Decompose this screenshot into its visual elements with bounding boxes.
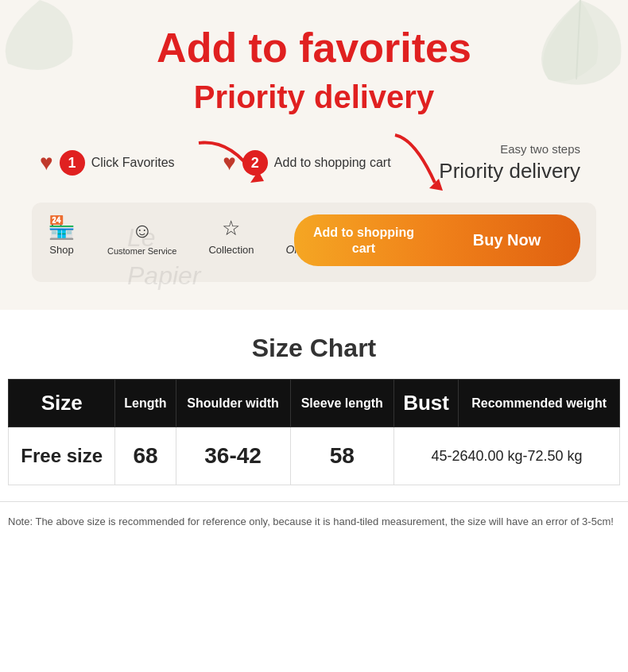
add-to-cart-button[interactable]: Add to shopping cart <box>294 214 433 266</box>
size-chart-title: Size Chart <box>8 334 620 363</box>
customer-service-icon: ☺ <box>131 218 153 243</box>
customer-service-label: Customer Service <box>107 246 176 256</box>
shop-icon: 🏪 <box>48 214 76 241</box>
header-size: Size <box>9 380 115 427</box>
page-title: Add to favorites <box>16 24 612 71</box>
header-recommended-weight: Recommended weight <box>459 380 620 427</box>
cell-bust: 45-2640.00 kg-72.50 kg <box>393 427 619 485</box>
header-length: Length <box>115 380 176 427</box>
note-text: Note: The above size is recommended for … <box>8 514 620 530</box>
note-section: Note: The above size is recommended for … <box>0 501 628 542</box>
header-sleeve-length: Sleeve length <box>290 380 393 427</box>
cell-length: 68 <box>115 427 176 485</box>
step-1-badge: 1 <box>60 150 85 176</box>
table-header-row: Size Length Shoulder width Sleeve length… <box>9 380 620 427</box>
arrow-2 <box>391 131 471 195</box>
step-1-group: ♥ 1 Click Favorites <box>40 150 175 176</box>
header-shoulder-width: Shoulder width <box>176 380 290 427</box>
heart-icon-1: ♥ <box>40 150 53 176</box>
svg-marker-2 <box>429 179 443 191</box>
size-chart-section: Size Chart Size Length Shoulder width Sl… <box>0 310 628 501</box>
step-1-label: Click Favorites <box>91 156 175 170</box>
nav-shop[interactable]: 🏪 Shop <box>48 214 76 256</box>
cell-size: Free size <box>9 427 115 485</box>
size-table: Size Length Shoulder width Sleeve length… <box>8 379 620 485</box>
buy-buttons-container: Add to shopping cart Buy Now <box>294 214 580 266</box>
priority-delivery-heading: Priority delivery <box>16 79 612 115</box>
hero-section: Add to favorites Priority delivery ♥ 1 C… <box>0 0 628 310</box>
steps-container: ♥ 1 Click Favorites ♥ 2 Add to shopping … <box>16 131 612 195</box>
arrow-1 <box>191 135 270 191</box>
header-bust: Bust <box>393 380 458 427</box>
collection-icon: ☆ <box>222 216 240 241</box>
table-row: Free size 68 36-42 58 45-2640.00 kg-72.5… <box>9 427 620 485</box>
nav-customer-service[interactable]: ☺ Customer Service <box>107 218 176 256</box>
nav-collection[interactable]: ☆ Collection <box>208 216 254 256</box>
cell-sleeve-length: 58 <box>290 427 393 485</box>
step-2-label: Add to shopping cart <box>274 156 391 170</box>
app-mockup: Le Papier 🏪 Shop ☺ Customer Service ☆ Co… <box>32 203 596 282</box>
collection-label: Collection <box>208 244 254 256</box>
shop-label: Shop <box>49 244 73 256</box>
buy-now-button[interactable]: Buy Now <box>433 214 580 266</box>
cell-shoulder-width: 36-42 <box>176 427 290 485</box>
